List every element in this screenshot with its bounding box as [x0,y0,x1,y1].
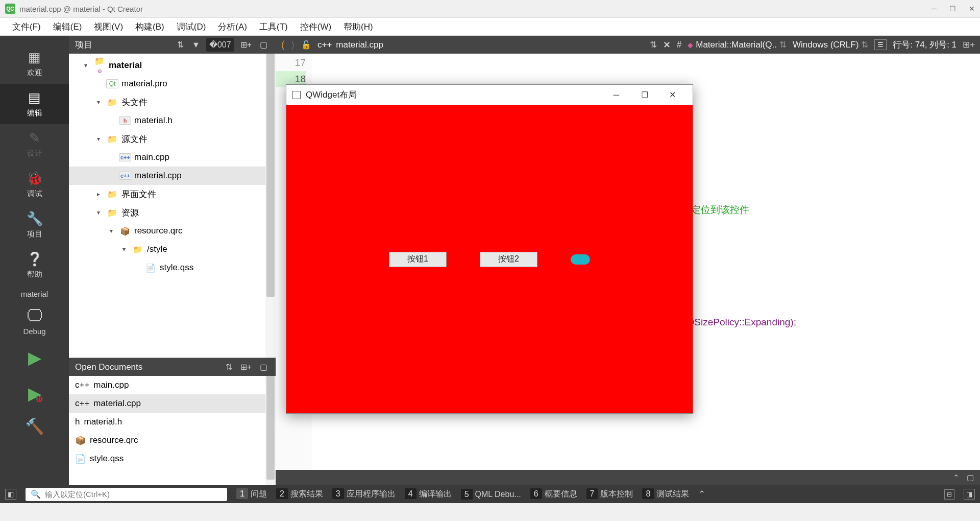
tree-style-folder[interactable]: ▾📁/style [69,240,276,258]
menu-analyze[interactable]: 分析(A) [212,18,253,35]
menu-edit[interactable]: 编辑(E) [47,18,88,35]
folder-icon: 📁 [106,134,118,144]
close-file-icon[interactable]: ✕ [663,39,671,51]
menu-tools[interactable]: 工具(T) [253,18,294,35]
locator-search[interactable]: 🔍 [26,488,227,501]
chevron-up-icon[interactable]: ⌃ [953,473,960,482]
cpp-file-icon: c++ [119,153,131,161]
tree-pro-file[interactable]: Qtmaterial.pro [69,75,276,93]
filter-icon[interactable]: ▼ [190,40,202,50]
close-icon[interactable]: ✕ [969,5,975,13]
qwidget-close-icon[interactable]: ✕ [658,90,687,100]
qrc-file-icon: 📦 [119,226,131,236]
search-icon: 🔍 [31,489,41,499]
sort-icon[interactable]: ⇅ [650,39,657,50]
file-selector[interactable]: c++material.cpp [317,40,383,50]
lock-icon[interactable]: 🔓 [301,40,311,50]
diamond-icon: ◆ [688,41,693,49]
output-tab-qml[interactable]: 5QML Debu... [461,490,521,499]
add-split-icon[interactable]: ⊞+ [238,362,254,372]
add-split-icon[interactable]: ⊞+ [238,40,254,50]
tree-sources-folder[interactable]: ▾📁源文件 [69,130,276,148]
output-tab-issues[interactable]: 1问题 [236,489,267,500]
nav-forward-icon[interactable]: ⟩ [291,39,295,51]
tree-scrollbar[interactable] [265,54,276,358]
project-pane-header: 项目 ⇅ ▼ �007 ⊞+ ▢ [69,36,276,54]
menu-file[interactable]: 文件(F) [6,18,47,35]
mode-welcome[interactable]: ▦欢迎 [0,43,69,84]
tree-root[interactable]: ▾📁⚙material [69,56,276,75]
tree-headers-folder[interactable]: ▾📁头文件 [69,93,276,111]
symbol-selector[interactable]: ◆Material::Material(Q..⇅ [688,39,787,50]
output-tab-search[interactable]: 2搜索结果 [276,489,323,500]
output-tab-compile[interactable]: 4编译输出 [405,489,452,500]
minimize-icon[interactable]: ─ [932,5,937,13]
debug-run-button[interactable]: ▶🐞 [28,383,41,404]
project-pane-title: 项目 [75,39,171,51]
encoding-selector[interactable]: Windows (CRLF)⇅ [793,39,868,50]
qwidget-button-1[interactable]: 按钮1 [389,252,447,267]
qwidget-minimize-icon[interactable]: ─ [602,90,630,100]
maximize-pane-icon[interactable]: ▢ [967,473,974,482]
open-doc-item[interactable]: 📄style.qss [69,449,276,468]
tree-qss-file[interactable]: 📄style.qss [69,258,276,277]
collapse-icon[interactable]: ▢ [258,362,270,372]
qwidget-button-2[interactable]: 按钮2 [480,252,537,267]
open-doc-item[interactable]: 📦resource.qrc [69,431,276,449]
kit-selector[interactable]: material [0,286,69,302]
menu-help[interactable]: 帮助(H) [337,18,379,35]
docs-scrollbar[interactable] [265,376,276,485]
collapse-icon[interactable]: ▢ [258,40,270,50]
tree-source-main[interactable]: c++main.cpp [69,148,276,167]
sort-icon[interactable]: ⇅ [224,362,234,372]
tree-source-material[interactable]: c++material.cpp [69,167,276,185]
build-config[interactable]: 🖵Debug [0,302,69,340]
mode-edit[interactable]: ▤编辑 [0,84,69,124]
right-sidebar-toggle-icon[interactable]: ◨ [964,489,975,500]
sidebar-toggle-icon[interactable]: ◧ [5,489,16,500]
qwidget-title: QWidget布局 [306,89,602,101]
project-tree[interactable]: ▾📁⚙material Qtmaterial.pro ▾📁头文件 hmateri… [69,54,276,358]
sort-icon[interactable]: ⇅ [175,40,186,50]
grid-icon: ▦ [0,50,69,65]
menu-build[interactable]: 构建(B) [129,18,170,35]
run-button[interactable]: ▶ [28,347,41,368]
qwidget-switch[interactable] [571,254,590,265]
nav-back-icon[interactable]: ⟨ [281,39,285,51]
tree-header-file[interactable]: hmaterial.h [69,111,276,130]
output-tab-general[interactable]: 6概要信息 [530,489,577,500]
locator-input[interactable] [45,490,222,499]
document-icon: ▤ [0,90,69,106]
open-doc-item[interactable]: c++main.cpp [69,376,276,394]
open-doc-item[interactable]: hmaterial.h [69,413,276,431]
open-docs-list[interactable]: c++main.cpp c++material.cpp hmaterial.h … [69,376,276,485]
build-button[interactable]: 🔨 [25,417,44,435]
qwidget-preview-window[interactable]: QWidget布局 ─ ☐ ✕ 按钮1 按钮2 [286,84,693,414]
menu-widgets[interactable]: 控件(W) [294,18,337,35]
tree-forms-folder[interactable]: ▸📁界面文件 [69,185,276,203]
qwidget-maximize-icon[interactable]: ☐ [630,90,658,100]
qwidget-body: 按钮1 按钮2 [286,105,693,413]
mode-debug[interactable]: 🐞调试 [0,164,69,205]
split-icon[interactable]: ⊞+ [963,39,975,50]
menu-view[interactable]: 视图(V) [88,18,129,35]
outline-icon[interactable]: ☰ [874,39,887,50]
open-doc-item[interactable]: c++material.cpp [69,394,276,413]
mode-help[interactable]: ❔帮助 [0,245,69,286]
maximize-icon[interactable]: ☐ [949,5,956,13]
mode-projects[interactable]: 🔧项目 [0,205,69,245]
folder-icon: 📁 [106,208,118,218]
chevron-up-icon[interactable]: ⌃ [698,489,705,500]
mode-design[interactable]: ✎设计 [0,124,69,164]
output-tab-vcs[interactable]: 7版本控制 [586,489,633,500]
open-documents-pane: Open Documents ⇅ ⊞+ ▢ c++main.cpp c++mat… [69,358,276,485]
link-icon[interactable]: �007 [206,38,234,52]
qwidget-titlebar[interactable]: QWidget布局 ─ ☐ ✕ [286,85,693,105]
tree-qrc-file[interactable]: ▾📦resource.qrc [69,222,276,240]
output-tab-app-output[interactable]: 3应用程序输出 [332,489,396,500]
progress-icon[interactable]: ⊟ [944,489,954,500]
qtcreator-icon: QC [5,4,15,14]
tree-resources-folder[interactable]: ▾📁资源 [69,203,276,222]
output-tab-tests[interactable]: 8测试结果 [642,489,689,500]
menu-debug[interactable]: 调试(D) [170,18,212,35]
